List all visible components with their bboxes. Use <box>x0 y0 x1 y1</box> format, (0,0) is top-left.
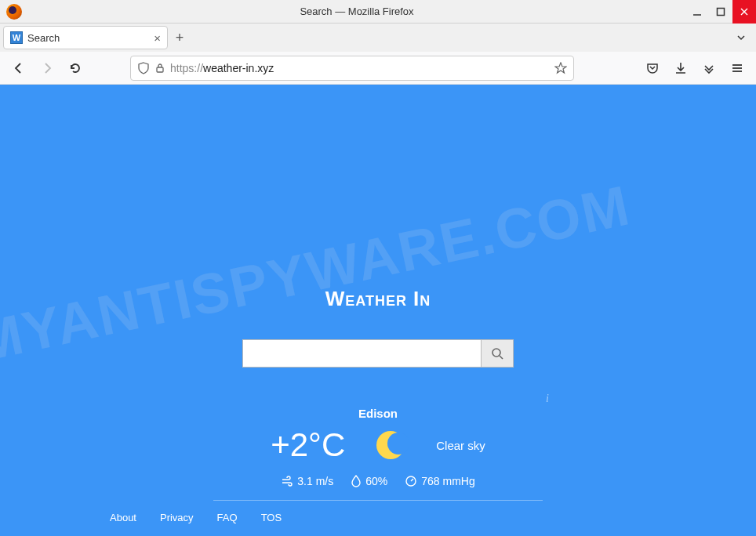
bookmark-star-icon[interactable] <box>554 62 567 74</box>
page-content: MYANTISPYWARE.COM Weather In i Edison +2… <box>0 85 756 536</box>
weather-city: Edison <box>213 407 543 420</box>
weather-temperature: +2°C <box>271 426 345 464</box>
navigation-bar: https://weather-in.xyz <box>0 52 756 85</box>
tab-close-icon[interactable]: × <box>154 31 161 45</box>
tab-favicon-icon: W <box>10 31 23 44</box>
search-icon <box>491 347 503 360</box>
downloads-button[interactable] <box>668 56 693 81</box>
info-icon[interactable]: i <box>546 393 549 405</box>
search-form <box>242 339 514 368</box>
footer-tos[interactable]: TOS <box>261 512 282 523</box>
footer-faq[interactable]: FAQ <box>217 512 238 523</box>
gauge-icon <box>405 475 417 487</box>
droplet-icon <box>351 475 362 487</box>
forward-button[interactable] <box>35 56 60 81</box>
weather-widget: i Edison +2°C Clear sky 3.1 m/s 60% 768 … <box>213 407 543 501</box>
humidity-stat: 60% <box>351 475 387 487</box>
wind-icon <box>281 475 293 487</box>
window-controls <box>685 0 756 24</box>
firefox-logo-icon <box>6 4 22 20</box>
moon-icon <box>376 431 405 459</box>
footer-privacy[interactable]: Privacy <box>160 512 194 523</box>
lock-icon[interactable] <box>154 63 165 74</box>
svg-line-11 <box>411 479 413 481</box>
url-domain: weather-in.xyz <box>203 62 274 74</box>
brand-title: Weather In <box>325 287 431 311</box>
menu-button[interactable] <box>725 56 750 81</box>
pressure-stat: 768 mmHg <box>405 475 474 487</box>
svg-point-8 <box>492 349 500 357</box>
reload-button[interactable] <box>63 56 88 81</box>
weather-stats: 3.1 m/s 60% 768 mmHg <box>213 475 543 501</box>
humidity-value: 60% <box>365 475 387 487</box>
search-button[interactable] <box>481 339 514 368</box>
minimize-button[interactable] <box>685 0 709 24</box>
tab-title: Search <box>27 32 149 44</box>
footer-links: About Privacy FAQ TOS <box>110 512 282 523</box>
url-text: https://weather-in.xyz <box>170 62 550 74</box>
svg-rect-4 <box>157 67 163 72</box>
maximize-button[interactable] <box>709 0 732 24</box>
shield-icon[interactable] <box>137 62 150 74</box>
toolbar-right <box>640 56 750 81</box>
close-button[interactable] <box>732 0 756 24</box>
window-title: Search — Mozilla Firefox <box>28 5 685 17</box>
pocket-button[interactable] <box>640 56 665 81</box>
wind-stat: 3.1 m/s <box>281 475 333 487</box>
weather-main: +2°C Clear sky <box>213 426 543 464</box>
svg-rect-1 <box>718 8 725 15</box>
weather-description: Clear sky <box>436 439 485 452</box>
back-button[interactable] <box>6 56 31 81</box>
wind-value: 3.1 m/s <box>297 475 333 487</box>
tab-search[interactable]: W Search × <box>3 26 168 49</box>
new-tab-button[interactable]: + <box>168 26 191 49</box>
window-title-bar: Search — Mozilla Firefox <box>0 0 756 24</box>
tab-bar: W Search × + <box>0 24 756 52</box>
url-bar[interactable]: https://weather-in.xyz <box>130 56 574 81</box>
search-input[interactable] <box>242 339 481 368</box>
url-protocol: https:// <box>170 62 203 74</box>
footer-about[interactable]: About <box>110 512 136 523</box>
overflow-button[interactable] <box>696 56 721 81</box>
tabs-overflow-button[interactable] <box>729 26 753 49</box>
pressure-value: 768 mmHg <box>421 475 474 487</box>
svg-line-9 <box>500 356 503 359</box>
